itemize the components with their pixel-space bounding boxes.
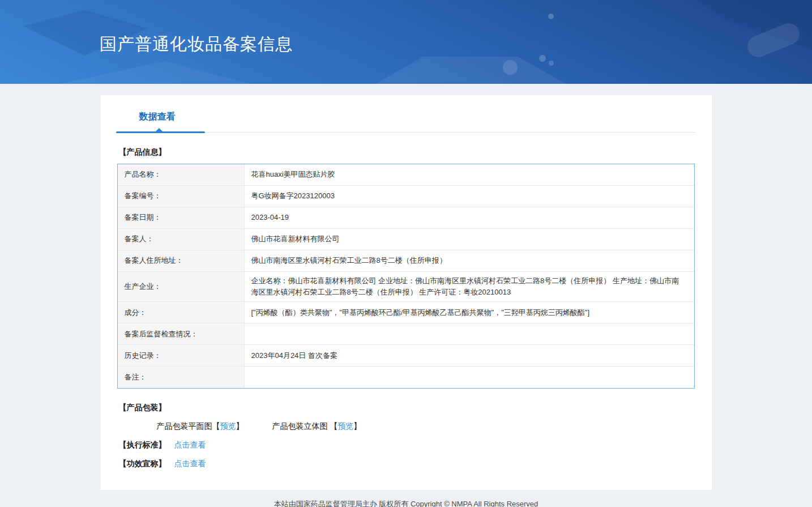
packaging-flat-label: 产品包装平面图 [157, 421, 212, 431]
row-value [245, 323, 694, 344]
page-title: 国产普通化妆品备案信息 [100, 33, 293, 56]
row-label: 备案后监督检查情况： [118, 323, 245, 344]
row-label: 成分： [118, 302, 245, 323]
row-label: 备案人住所地址： [118, 250, 245, 271]
tab-underline-active [116, 131, 205, 133]
row-value: 2023年04月24日 首次备案 [245, 345, 694, 366]
row-label: 生产企业： [118, 272, 245, 301]
tab-pointer-icon [156, 128, 163, 131]
row-value: 粤G妆网备字2023120003 [245, 186, 694, 207]
bracket-open: 【 [212, 421, 220, 431]
bracket-close: 】 [236, 421, 244, 431]
row-label: 备案日期： [118, 207, 245, 228]
page-header: 国产普通化妆品备案信息 [0, 0, 812, 84]
row-label: 历史记录： [118, 345, 245, 366]
packaging-stereo-group: 产品包装立体图 【预览】 [272, 421, 361, 431]
header-decoration-dot [549, 61, 554, 66]
row-label: 产品名称： [118, 164, 245, 185]
header-decoration-polygon [34, 61, 272, 84]
row-value: 花喜huaxi美甲固态贴片胶 [245, 164, 694, 185]
efficacy-row: 【功效宣称】点击查看 [119, 459, 712, 469]
row-label: 备注： [118, 367, 245, 388]
table-row: 备案后监督检查情况： [118, 323, 694, 345]
header-decoration-dot [539, 55, 546, 62]
table-row: 备案日期： 2023-04-19 [118, 207, 694, 229]
row-value: 佛山市花喜新材料有限公司 [245, 229, 694, 250]
packaging-stereo-preview-link[interactable]: 预览 [337, 421, 353, 431]
tab-underline [116, 131, 695, 133]
efficacy-view-link[interactable]: 点击查看 [174, 459, 206, 468]
table-row: 历史记录： 2023年04月24日 首次备案 [118, 345, 694, 367]
row-value: ["丙烯酸（酯）类共聚物"，"甲基丙烯酸环己酯/甲基丙烯酸乙基己酯共聚物"，"三… [245, 302, 694, 323]
table-row: 备案人住所地址： 佛山市南海区里水镇河村石荣工业二路8号二楼（住所申报） [118, 250, 694, 272]
standards-view-link[interactable]: 点击查看 [174, 440, 206, 449]
row-label: 备案编号： [118, 186, 245, 207]
standards-section-title: 【执行标准】 [119, 440, 166, 449]
row-value: 2023-04-19 [245, 207, 694, 228]
table-row: 备案编号： 粤G妆网备字2023120003 [118, 186, 694, 207]
bracket-close: 】 [353, 421, 361, 431]
header-decoration-dot [548, 14, 554, 19]
content-panel: 数据查看 【产品信息】 产品名称： 花喜huaxi美甲固态贴片胶 备案编号： 粤… [101, 95, 712, 490]
row-value: 企业名称：佛山市花喜新材料有限公司 企业地址：佛山市南海区里水镇河村石荣工业二路… [245, 272, 694, 301]
standards-row: 【执行标准】点击查看 [119, 440, 712, 450]
packaging-flat-group: 产品包装平面图【预览】 [157, 421, 246, 431]
packaging-flat-preview-link[interactable]: 预览 [220, 421, 236, 431]
page: 国产普通化妆品备案信息 数据查看 【产品信息】 产品名称： 花喜huaxi美甲固… [0, 0, 812, 507]
product-info-table: 产品名称： 花喜huaxi美甲固态贴片胶 备案编号： 粤G妆网备字2023120… [117, 164, 695, 389]
table-row: 成分： ["丙烯酸（酯）类共聚物"，"甲基丙烯酸环己酯/甲基丙烯酸乙基己酯共聚物… [118, 302, 694, 323]
row-value [245, 367, 694, 388]
table-row: 备案人： 佛山市花喜新材料有限公司 [118, 229, 694, 250]
packaging-preview-row: 产品包装平面图【预览】 产品包装立体图 【预览】 [157, 421, 712, 432]
packaging-section-title: 【产品包装】 [119, 403, 712, 413]
tab-bar: 数据查看 [101, 95, 712, 133]
packaging-stereo-label: 产品包装立体图 [272, 421, 330, 431]
page-footer: 本站由国家药品监督管理局主办 版权所有 Copyright © NMPA All… [0, 490, 812, 507]
table-row: 生产企业： 企业名称：佛山市花喜新材料有限公司 企业地址：佛山市南海区里水镇河村… [118, 272, 694, 302]
product-info-section-title: 【产品信息】 [119, 147, 712, 157]
table-row: 备注： [118, 367, 694, 388]
header-decoration-dot [503, 60, 518, 75]
row-value: 佛山市南海区里水镇河村石荣工业二路8号二楼（住所申报） [245, 250, 694, 271]
table-row: 产品名称： 花喜huaxi美甲固态贴片胶 [118, 164, 694, 186]
copyright-text: 本站由国家药品监督管理局主办 版权所有 Copyright © NMPA All… [274, 500, 539, 507]
efficacy-section-title: 【功效宣称】 [119, 459, 166, 468]
row-label: 备案人： [118, 229, 245, 250]
bracket-open: 【 [330, 421, 337, 431]
